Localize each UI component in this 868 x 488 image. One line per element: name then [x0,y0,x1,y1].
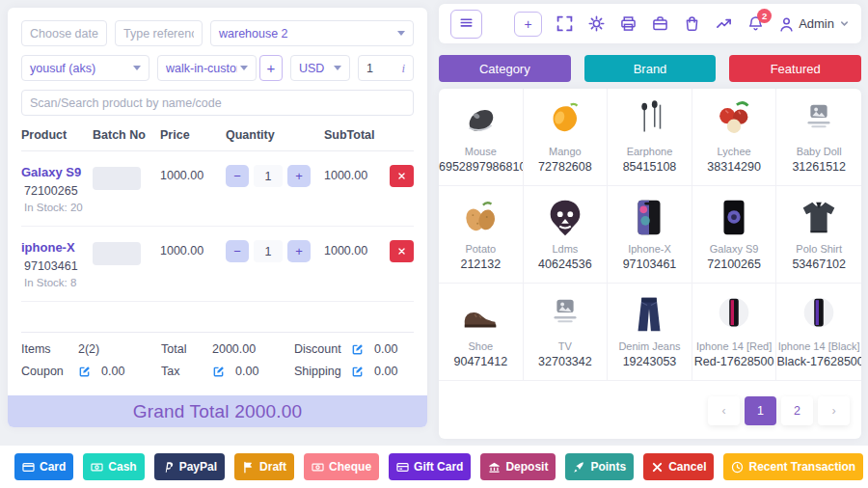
qty-input[interactable]: 1 [254,165,283,187]
cart-product-link[interactable]: iphone-X [21,240,93,255]
product-card-iphone-14-black[interactable]: Iphone 14 [Black] Black-17628500 [776,284,861,381]
grand-total-bar: Grand Total 2000.00 [8,395,427,427]
product-card-galaxy-s9[interactable]: Galaxy S9 72100265 [692,186,777,284]
pagination-prev[interactable]: ‹ [708,396,740,425]
bell-icon[interactable]: 2 [747,15,764,32]
product-card-mango[interactable]: Mango 72782608 [524,89,609,186]
batch-input[interactable] [93,242,141,265]
product-card-shoe[interactable]: Shoe 90471412 [439,284,524,381]
product-code: 19243053 [608,355,692,368]
price-cell: 1000.00 [160,169,226,182]
recent-transaction-button[interactable]: Recent Transaction [723,453,863,480]
potato-product-image [439,194,523,240]
price-cell: 1000.00 [160,244,226,258]
pagination-page-2[interactable]: 2 [781,396,813,425]
product-name: Earphone [608,146,692,157]
cash-icon [91,461,103,474]
tax-cell: Tax 0.00 [161,365,294,378]
cash-icon [312,461,324,474]
product-card-lychee[interactable]: Lychee 38314290 [692,89,777,186]
fullscreen-icon[interactable] [556,15,573,32]
lion-product-image [524,194,608,240]
filter-brand-button[interactable]: Brand [584,55,717,82]
reference-field[interactable] [115,20,203,46]
payment-buttons: Card Cash PayPal Draft Cheque Gift Card … [0,446,868,480]
paypal-button[interactable]: PayPal [154,453,225,480]
exchange-rate-field[interactable]: 1 i [358,55,414,81]
edit-tax-icon[interactable] [212,366,225,378]
product-card-ldms[interactable]: Ldms 40624536 [524,186,609,284]
pagination-page-1[interactable]: 1 [745,396,776,425]
remove-item-button[interactable] [390,240,414,262]
filter-category-button[interactable]: Category [439,55,571,82]
top-bar: + 2 Admin [439,4,861,43]
register-icon[interactable] [652,15,668,32]
printer-icon[interactable] [620,15,637,32]
edit-discount-icon[interactable] [351,343,364,356]
qty-plus-button[interactable]: + [287,240,311,262]
reference-input[interactable] [123,27,194,41]
cart-product-link[interactable]: Galaxy S9 [21,165,93,179]
product-search-field[interactable] [21,90,414,116]
product-card-denim-jeans[interactable]: Denim Jeans 19243053 [608,284,692,381]
customer-select[interactable]: walk-in-customer i [157,55,257,81]
coupon-value: 0.00 [101,365,124,378]
info-icon: i [401,61,405,76]
payment-bar: Card Cash PayPal Draft Cheque Gift Card … [0,446,868,488]
deposit-button[interactable]: Deposit [480,453,556,480]
date-field[interactable] [21,20,107,46]
sales-trend-icon[interactable] [716,15,732,32]
product-card-mouse[interactable]: Mouse 6952897986810 [439,89,524,186]
add-customer-button[interactable]: + [259,55,283,81]
qty-plus-button[interactable]: + [287,165,311,187]
product-card-iphone-x[interactable]: Iphone-X 97103461 [608,186,692,284]
cheque-button[interactable]: Cheque [304,453,379,480]
product-card-earphone[interactable]: Earphone 85415108 [608,89,692,186]
cart-product-stock: In Stock: 8 [24,277,93,288]
seller-select[interactable]: yousuf (aks) [21,55,149,81]
shipping-value: 0.00 [374,365,397,378]
currency-select[interactable]: USD [290,55,350,81]
flag-icon [242,461,255,474]
batch-input[interactable] [93,167,141,190]
product-card-baby-doll[interactable]: Baby Doll 31261512 [776,89,861,186]
card-button[interactable]: Card [14,453,73,480]
settings-icon[interactable] [588,15,605,32]
qty-input[interactable]: 1 [254,240,283,262]
product-card-potato[interactable]: Potato 212132 [439,186,524,284]
qty-minus-button[interactable]: − [226,165,249,187]
edit-coupon-icon[interactable] [78,366,91,378]
product-search-input[interactable] [30,96,405,110]
shipping-label: Shipping [294,365,342,378]
draft-button[interactable]: Draft [234,453,294,480]
orders-bag-icon[interactable] [684,15,700,32]
product-code: Red-17628500 [692,355,776,368]
seller-value: yousuf (aks) [30,62,95,75]
cancel-button[interactable]: Cancel [643,453,714,480]
menu-button[interactable] [450,10,482,39]
product-name: Lychee [692,146,776,157]
column-header-quantity: Quantity [226,128,324,142]
warehouse-select[interactable]: warehouse 2 [210,20,414,46]
remove-item-button[interactable] [390,165,414,187]
product-name: Shoe [439,340,523,352]
qty-minus-button[interactable]: − [226,240,249,262]
items-cell: Items 2(2) [21,342,161,356]
product-card-iphone-14-red[interactable]: Iphone 14 [Red] Red-17628500 [692,284,777,381]
product-code: Black-17628500 [776,355,861,368]
product-card-polo-shirt[interactable]: Polo Shirt 53467102 [776,186,861,284]
pagination-next[interactable]: › [818,396,850,425]
total-label: Total [161,342,203,356]
product-card-tv[interactable]: TV 32703342 [524,284,609,381]
add-button[interactable]: + [514,12,542,37]
gift-card-button[interactable]: Gift Card [389,453,471,480]
user-menu[interactable]: Admin [778,16,850,32]
product-name: TV [524,340,608,352]
shoe-product-image [439,291,523,338]
date-input[interactable] [30,27,98,41]
product-code: 212132 [439,258,523,271]
cash-button[interactable]: Cash [83,453,144,480]
filter-featured-button[interactable]: Featured [729,55,861,82]
edit-shipping-icon[interactable] [351,366,364,378]
points-button[interactable]: Points [565,453,634,480]
